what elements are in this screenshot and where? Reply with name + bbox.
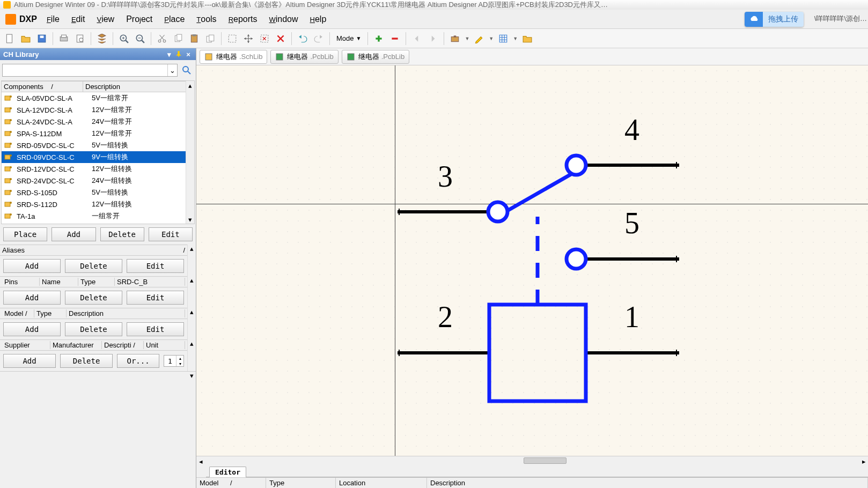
new-icon[interactable] — [3, 32, 16, 45]
alias-delete-button[interactable]: Delete — [65, 259, 122, 273]
select-rect-icon[interactable] — [226, 32, 239, 45]
delete-button[interactable]: Delete — [100, 227, 144, 241]
nav-fwd-icon[interactable] — [426, 32, 439, 45]
component-row[interactable]: SRD-05VDC-SL-C5V一组转换 — [2, 139, 194, 151]
redo-icon[interactable] — [312, 32, 325, 45]
component-row[interactable]: SRD-S-105D5V一组转换 — [2, 187, 194, 198]
model-grid-header[interactable]: Model / Type Location Description — [196, 477, 868, 488]
supplier-scrollbar[interactable]: ▴ — [187, 339, 196, 371]
library-icon[interactable] — [95, 32, 108, 45]
aliases-scrollbar[interactable]: ▴ — [187, 245, 196, 276]
cut-icon[interactable] — [156, 32, 168, 45]
deselect-icon[interactable]: × — [258, 32, 271, 45]
schematic-canvas[interactable]: 4 3 5 2 1 — [196, 65, 868, 456]
print-icon[interactable] — [57, 32, 70, 45]
pin-add-button[interactable]: Add — [3, 291, 61, 305]
order-qty-stepper[interactable]: ▴▾ — [164, 355, 184, 367]
document-tab[interactable]: 继电器.PcbLib — [270, 50, 338, 64]
remove-part-icon[interactable] — [388, 32, 401, 45]
search-icon[interactable] — [180, 63, 194, 77]
component-row[interactable]: SRD-12VDC-SL-C12V一组转换 — [2, 163, 194, 175]
editor-tab[interactable]: Editor — [209, 467, 246, 477]
place-button[interactable]: Place — [3, 227, 47, 241]
order-qty-input[interactable] — [164, 357, 176, 365]
menu-help[interactable]: Help — [306, 12, 331, 26]
upload-badge[interactable]: 拖拽上传 — [745, 12, 804, 27]
move-icon[interactable] — [242, 32, 255, 45]
filter-combo[interactable]: ⌄ — [2, 64, 178, 77]
component-row[interactable]: SPA-S-112DM12V一组常开 — [2, 128, 194, 139]
component-row[interactable]: SRD-09VDC-SL-C9V一组转换 — [2, 151, 194, 163]
document-tab[interactable]: 继电器.PcbLib — [342, 50, 409, 64]
scroll-up-icon[interactable]: ▴ — [186, 81, 194, 90]
paste-icon[interactable] — [188, 32, 201, 45]
add-part-icon[interactable] — [372, 32, 385, 45]
pins-scrollbar[interactable]: ▴ — [187, 276, 196, 308]
menu-window[interactable]: Window — [264, 12, 302, 26]
panel-dropdown-icon[interactable]: ▾ — [165, 50, 173, 58]
zoom-out-icon[interactable] — [134, 32, 146, 45]
pins-header[interactable]: Pins Name Type SRD-C_B — [0, 276, 187, 287]
highlight-pen-icon[interactable] — [473, 32, 486, 45]
clear-icon[interactable] — [274, 32, 287, 45]
alias-edit-button[interactable]: Edit — [127, 259, 184, 273]
svg-rect-44 — [5, 131, 10, 136]
pin-delete-button[interactable]: Delete — [65, 291, 122, 305]
folder-icon[interactable] — [521, 32, 534, 45]
tool-box-icon[interactable] — [448, 32, 461, 45]
zoom-in-icon[interactable] — [117, 32, 130, 45]
menu-place[interactable]: Place — [160, 12, 189, 26]
menu-view[interactable]: View — [92, 12, 119, 26]
component-list[interactable]: Components / Description SLA-05VDC-SL-A5… — [1, 80, 195, 224]
scroll-thumb[interactable] — [524, 457, 567, 464]
component-row[interactable]: SLA-12VDC-SL-A12V一组常开 — [2, 104, 194, 116]
component-row[interactable]: SRD-24VDC-SL-C24V一组转换 — [2, 175, 194, 187]
menu-edit[interactable]: Edit — [67, 12, 90, 26]
dropdown-icon[interactable]: ⌄ — [167, 64, 177, 76]
model-scrollbar[interactable]: ▴ — [187, 308, 196, 339]
model-section-header[interactable]: Model / Type Description — [0, 308, 187, 319]
pin-edit-button[interactable]: Edit — [127, 291, 184, 305]
panel-close-icon[interactable]: × — [184, 50, 193, 58]
panel-pin-icon[interactable] — [174, 50, 183, 58]
undo-icon[interactable] — [296, 32, 309, 45]
component-row[interactable]: SLA-05VDC-SL-A5V一组常开 — [2, 92, 194, 104]
supplier-delete-button[interactable]: Delete — [60, 354, 113, 368]
nav-back-icon[interactable] — [410, 32, 423, 45]
panel-scroll-down-icon[interactable]: ▾ — [187, 372, 196, 379]
edit-button[interactable]: Edit — [149, 227, 193, 241]
copy-icon[interactable] — [172, 32, 185, 45]
preview-icon[interactable] — [73, 32, 86, 45]
alias-add-button[interactable]: Add — [3, 259, 61, 273]
add-button[interactable]: Add — [52, 227, 95, 241]
document-tab[interactable]: 继电器.SchLib — [200, 50, 267, 64]
grid-icon[interactable] — [497, 32, 510, 45]
mode-dropdown[interactable]: Mode ▼ — [334, 34, 363, 42]
component-row[interactable]: TA-1a一组常开 — [2, 210, 194, 222]
list-scrollbar[interactable]: ▴ ▾ — [186, 81, 194, 224]
menu-tools[interactable]: Tools — [192, 12, 220, 26]
model-edit-button[interactable]: Edit — [127, 322, 184, 336]
menu-project[interactable]: Project — [122, 12, 157, 26]
menu-reports[interactable]: Reports — [224, 12, 262, 26]
dxp-button[interactable]: DXP — [3, 13, 39, 26]
duplicate-icon[interactable] — [204, 32, 217, 45]
scroll-left-icon[interactable]: ◂ — [196, 457, 205, 465]
scroll-right-icon[interactable]: ▸ — [859, 457, 868, 465]
canvas-h-scrollbar[interactable]: ◂ ▸ — [196, 456, 868, 465]
scroll-down-icon[interactable]: ▾ — [186, 215, 194, 224]
model-add-button[interactable]: Add — [3, 322, 61, 336]
open-icon[interactable] — [19, 32, 32, 45]
aliases-header[interactable]: Aliases/ — [0, 245, 187, 256]
supplier-or-button[interactable]: Or... — [117, 354, 159, 368]
menu-file[interactable]: File — [42, 12, 64, 26]
supplier-header[interactable]: Supplier Manufacturer Descripti / Unit — [0, 339, 187, 351]
component-list-header[interactable]: Components / Description — [2, 81, 194, 92]
step-down-icon[interactable]: ▾ — [176, 361, 183, 366]
save-icon[interactable] — [35, 32, 48, 45]
component-row[interactable]: SLA-24VDC-SL-A24V一组常开 — [2, 116, 194, 128]
step-up-icon[interactable]: ▴ — [176, 356, 183, 361]
supplier-add-button[interactable]: Add — [3, 354, 56, 368]
component-row[interactable]: SRD-S-112D12V一组转换 — [2, 198, 194, 210]
model-delete-button[interactable]: Delete — [65, 322, 122, 336]
